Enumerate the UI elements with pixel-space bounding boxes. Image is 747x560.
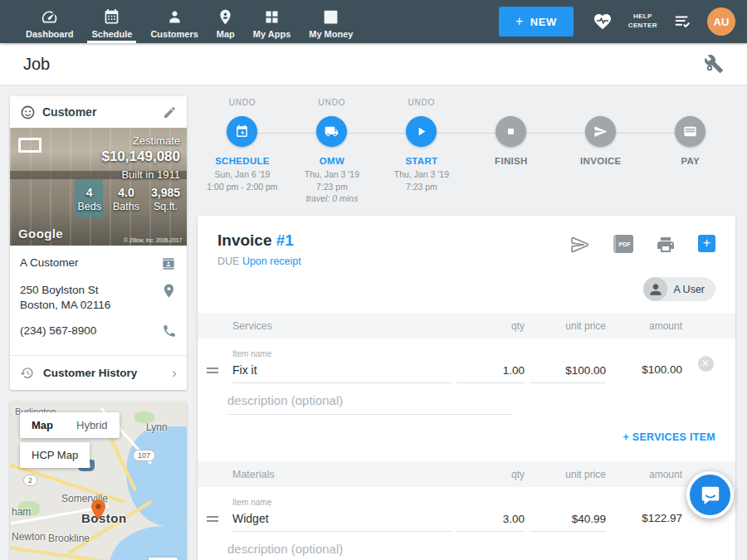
map-label-ham: ham	[12, 506, 31, 518]
omw-step-button[interactable]	[316, 116, 347, 147]
address-line1: 250 Boylston St	[20, 283, 161, 298]
map-type-map-button[interactable]: Map	[20, 412, 65, 438]
description-input[interactable]	[227, 538, 512, 560]
nav-label: Dashboard	[26, 29, 73, 39]
customer-phone: (234) 567-8900	[20, 324, 162, 338]
zestimate-overlay: Zestimate $10,149,080 Built in 1911 4Bed…	[77, 134, 180, 212]
content-area: Customer Zestimate $10,149,080 Built in …	[0, 85, 747, 560]
timeline-step-omw: UNDO OMW Thu, Jan 3 '19 7:23 pm travel: …	[287, 98, 377, 205]
zestimate-photo: Zestimate $10,149,080 Built in 1911 4Bed…	[10, 128, 187, 246]
map-label-brookline: Brookline	[48, 533, 90, 544]
item-name-label: Item name	[232, 349, 452, 358]
task-list-icon[interactable]	[672, 12, 692, 31]
zillow-copyright: © Zillow, Inc. 2006-2017	[124, 237, 182, 243]
nav-item-customers[interactable]: Customers	[141, 0, 207, 43]
customer-info: A Customer 250 Boylston St Boston, MA 02…	[10, 246, 187, 355]
customer-card-header: Customer	[10, 96, 187, 128]
finish-step-button[interactable]	[496, 116, 526, 147]
nav-item-map[interactable]: Map	[208, 0, 244, 43]
unit-price-input[interactable]	[530, 362, 606, 383]
help-center-button[interactable]: HELP CENTER	[628, 12, 657, 31]
built-year: Built in 1911	[77, 168, 180, 181]
add-invoice-button[interactable]: +	[698, 235, 715, 252]
job-tools-icon[interactable]	[704, 54, 724, 74]
item-name-field: Item name	[232, 349, 452, 383]
new-button[interactable]: + NEW	[499, 7, 574, 37]
remove-item-button[interactable]: ✕	[698, 356, 714, 372]
qty-input[interactable]	[456, 362, 525, 383]
start-step-button[interactable]	[406, 116, 437, 147]
streetview-frame-icon[interactable]	[18, 138, 42, 153]
undo-schedule-button[interactable]: UNDO	[229, 98, 256, 109]
map-label-newton: Newton	[12, 531, 46, 543]
user-avatar[interactable]: AU	[707, 7, 735, 36]
step-date: Thu, Jan 3 '19	[305, 168, 359, 181]
address-line2: Boston, MA 02116	[20, 298, 161, 313]
send-icon	[593, 124, 608, 139]
send-invoice-icon[interactable]	[569, 235, 591, 255]
step-travel: travel: 0 mins	[306, 192, 358, 205]
due-value-link[interactable]: Upon receipt	[242, 256, 301, 267]
assignee-chip[interactable]: A User	[643, 277, 715, 301]
add-services-item-link[interactable]: + SERVICES ITEM	[198, 415, 735, 461]
step-date: Sun, Jan 6 '19	[215, 168, 271, 181]
due-label: DUE	[217, 256, 239, 267]
drag-handle-icon[interactable]	[198, 516, 227, 532]
left-sidebar: Customer Zestimate $10,149,080 Built in …	[10, 96, 187, 560]
customer-card: Customer Zestimate $10,149,080 Built in …	[10, 96, 187, 390]
invoice-header: Invoice #1 DUE Upon receipt PDF +	[198, 216, 735, 272]
timeline-step-finish: FINISH	[466, 98, 556, 205]
customer-history-button[interactable]: Customer History ›	[10, 356, 187, 390]
nav-item-my-money[interactable]: My Money	[300, 0, 362, 43]
item-name-input[interactable]	[232, 509, 452, 532]
location-pin-icon[interactable]	[161, 283, 177, 299]
undo-start-button[interactable]: UNDO	[408, 98, 436, 109]
nav-label: My Apps	[253, 29, 290, 39]
help-center-line1: HELP	[628, 12, 657, 22]
chat-messenger-button[interactable]	[686, 471, 734, 519]
pay-step-button[interactable]	[675, 116, 706, 147]
google-logo: Google	[18, 226, 63, 241]
play-icon	[414, 124, 428, 139]
invoice-number[interactable]: #1	[276, 231, 294, 249]
hcp-map-button[interactable]: HCP Map	[20, 442, 90, 468]
print-icon[interactable]	[656, 235, 676, 255]
phone-icon[interactable]	[162, 324, 177, 338]
edit-pencil-icon[interactable]	[163, 105, 177, 119]
invoice-card: Invoice #1 DUE Upon receipt PDF +	[198, 216, 735, 560]
baths-value: 4.0	[113, 186, 139, 199]
map-type-hybrid-button[interactable]: Hybrid	[65, 412, 120, 438]
dashboard-speedometer-icon	[41, 8, 58, 26]
map-widget[interactable]: Burlington Lynn Somerville Boston ham Ne…	[10, 402, 187, 560]
invoice-step-button[interactable]	[585, 116, 616, 147]
qty-column-header: qty	[456, 469, 525, 480]
customer-name-row: A Customer	[20, 256, 177, 272]
map-marker-pin[interactable]	[91, 499, 105, 519]
pdf-icon[interactable]: PDF	[613, 235, 633, 253]
line-amount: $122.97	[611, 512, 682, 532]
nav-item-my-apps[interactable]: My Apps	[244, 0, 300, 43]
nav-item-dashboard[interactable]: Dashboard	[17, 0, 82, 43]
item-name-input[interactable]	[232, 361, 452, 383]
assignee-name: A User	[673, 284, 705, 295]
service-item-row: Item name $100.00 ✕	[198, 338, 735, 383]
step-label: INVOICE	[580, 156, 621, 166]
qty-column-header: qty	[456, 320, 525, 332]
undo-omw-button[interactable]: UNDO	[319, 98, 346, 109]
drag-handle-icon[interactable]	[198, 368, 227, 383]
customer-face-icon	[20, 105, 36, 120]
home-stats: 4Beds 4.0Baths 3,985Sq.ft.	[77, 186, 180, 212]
material-item-row: Item name $122.97 ✕	[198, 487, 735, 532]
beds-label: Beds	[77, 201, 101, 212]
contact-card-icon[interactable]	[160, 256, 177, 272]
health-heart-icon[interactable]	[592, 12, 613, 32]
qty-input[interactable]	[456, 510, 525, 532]
zoom-in-button[interactable]: +	[149, 558, 178, 560]
map-water	[110, 526, 187, 560]
unit-price-input[interactable]	[530, 510, 606, 532]
description-input[interactable]	[227, 390, 512, 415]
nav-label: Customers	[150, 29, 198, 39]
nav-item-schedule[interactable]: Schedule	[82, 0, 141, 43]
schedule-step-button[interactable]	[227, 116, 257, 147]
customer-history-label: Customer History	[43, 367, 163, 379]
